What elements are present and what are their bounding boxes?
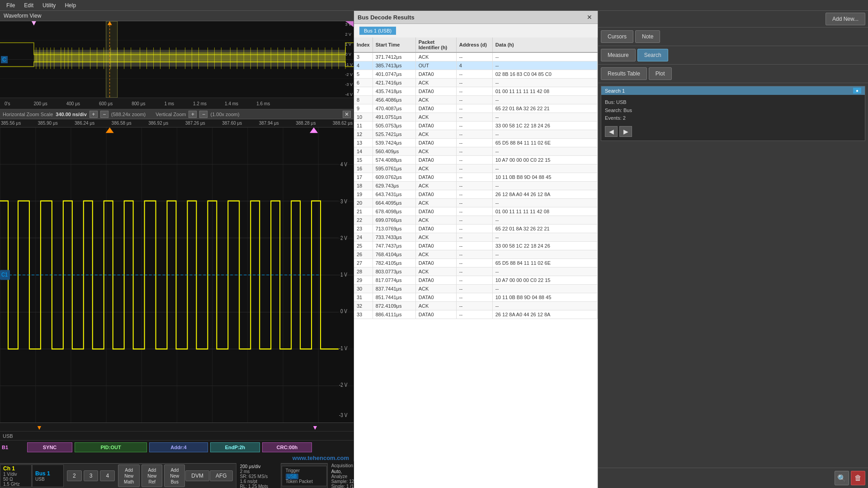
hz-zoom-out[interactable]: −	[100, 111, 108, 118]
close-zoom[interactable]: ✕	[343, 111, 351, 118]
horizontal-rl: RL: 1.25 Mpts	[240, 484, 277, 488]
search1-title: Search 1 ●	[601, 86, 865, 95]
col-index: Index	[354, 38, 373, 52]
events-value: 2	[623, 115, 626, 121]
cell-pid: DATA0	[415, 190, 456, 199]
menu-bar: File Edit Utility Help	[0, 0, 868, 11]
decode-results-panel: Bus Decode Results ✕ Bus 1 (USB) Index S…	[354, 11, 598, 488]
table-row[interactable]: 18 629.743μs ACK -- --	[354, 182, 598, 190]
cell-data: 10 A7 00 00 00 C0 22 15	[492, 156, 597, 164]
table-row[interactable]: 29 817.0774μs DATA0 -- 10 A7 00 00 00 C0…	[354, 276, 598, 285]
table-row[interactable]: 6 421.7416μs ACK -- --	[354, 79, 598, 87]
cell-index: 23	[354, 225, 373, 233]
col-start-time: Start Time	[373, 38, 415, 52]
usb-label-row: USB	[0, 431, 354, 440]
table-row[interactable]: 22 699.0766μs ACK -- --	[354, 216, 598, 225]
table-row[interactable]: 13 539.7424μs DATA0 -- 65 D5 88 84 11 11…	[354, 139, 598, 147]
cell-time: 421.7416μs	[373, 79, 415, 87]
table-row[interactable]: 31 851.7441μs DATA0 -- 10 11 0B B8 9D 04…	[354, 293, 598, 302]
cell-data: 33 00 58 1C 22 18 24 26	[492, 242, 597, 250]
right-panel: Add New... Cursors Note Measure Search R…	[598, 11, 868, 488]
cell-time: 539.7424μs	[373, 139, 415, 147]
ch-btn-4[interactable]: 4	[100, 470, 115, 481]
table-row[interactable]: 28 803.0773μs ACK -- --	[354, 267, 598, 276]
menu-utility[interactable]: Utility	[38, 1, 60, 9]
table-row[interactable]: 8 456.4086μs ACK -- --	[354, 96, 598, 104]
cell-data: --	[492, 96, 597, 104]
right-top-buttons: Add New...	[598, 11, 868, 28]
cell-pid: ACK	[415, 113, 456, 122]
add-ref-btn[interactable]: Add New Ref	[142, 465, 162, 487]
ch-btn-2[interactable]: 2	[67, 470, 82, 481]
afg-btn[interactable]: AFG	[210, 470, 233, 481]
cell-time: 747.7437μs	[373, 242, 415, 250]
table-row[interactable]: 25 747.7437μs DATA0 -- 33 00 58 1C 22 18…	[354, 242, 598, 250]
table-row[interactable]: 7 435.7418μs DATA0 -- 01 00 11 11 11 11 …	[354, 87, 598, 96]
mini-time-800: 800 μs	[132, 101, 145, 106]
table-row[interactable]: 32 872.4109μs ACK -- --	[354, 302, 598, 310]
cell-data: --	[492, 302, 597, 310]
cell-addr: --	[456, 242, 492, 250]
table-row[interactable]: 21 678.4098μs DATA0 -- 01 00 11 11 11 11…	[354, 207, 598, 216]
events-label: Events:	[605, 115, 622, 121]
seg-sync: SYNC	[27, 442, 72, 452]
cell-index: 25	[354, 242, 373, 250]
cell-addr: --	[456, 113, 492, 122]
v-zoom-in[interactable]: +	[189, 111, 197, 118]
table-row[interactable]: 14 560.409μs ACK -- --	[354, 147, 598, 156]
main-waveform[interactable]: 385.56 μs385.90 μs386.24 μs386.58 μs386.…	[0, 119, 354, 422]
trigger-title: Trigger	[286, 468, 323, 473]
decode-table-container[interactable]: Index Start Time Packet Identifier (h) A…	[354, 38, 598, 488]
cell-index: 13	[354, 139, 373, 147]
table-row[interactable]: 10 491.0751μs ACK -- --	[354, 113, 598, 122]
add-new-btn[interactable]: Add New...	[826, 13, 865, 25]
table-row[interactable]: 30 837.7441μs ACK -- --	[354, 285, 598, 293]
results-table-btn[interactable]: Results Table	[601, 67, 647, 80]
cell-addr: --	[456, 250, 492, 259]
dvm-btn[interactable]: DVM	[185, 470, 209, 481]
seg-endp: EndP:2h	[210, 442, 260, 452]
table-row[interactable]: 17 609.0762μs DATA0 -- 10 11 0B B8 9D 04…	[354, 173, 598, 182]
table-row[interactable]: 12 525.7421μs ACK -- --	[354, 130, 598, 139]
table-row[interactable]: 23 713.0769μs DATA0 -- 65 22 01 8A 32 26…	[354, 225, 598, 233]
note-btn[interactable]: Note	[635, 30, 660, 43]
table-row[interactable]: 3 371.7412μs ACK -- --	[354, 52, 598, 61]
table-row[interactable]: 9 470.4087μs DATA0 -- 65 22 01 8A 32 26 …	[354, 104, 598, 113]
plot-btn[interactable]: Plot	[649, 67, 672, 80]
trigger-marker-left: ▼	[36, 424, 42, 431]
bus-tab[interactable]: Bus 1 (USB)	[359, 27, 396, 35]
table-row[interactable]: 20 664.4095μs ACK -- --	[354, 199, 598, 207]
v-zoom-out[interactable]: −	[199, 111, 208, 118]
search-next-btn[interactable]: ▶	[619, 126, 632, 137]
cursors-btn[interactable]: Cursors	[601, 30, 633, 43]
menu-file[interactable]: File	[2, 1, 19, 9]
table-row[interactable]: 15 574.4088μs DATA0 -- 10 A7 00 00 00 C0…	[354, 156, 598, 164]
menu-help[interactable]: Help	[60, 1, 80, 9]
cell-time: 456.4086μs	[373, 96, 415, 104]
mini-waveform[interactable]: 3 V2 V1 V0 V-1 V-2 V-3 V-4 V C 0's 200 μ…	[0, 21, 354, 109]
svg-text:-1 V: -1 V	[339, 345, 348, 351]
table-row[interactable]: 24 733.7433μs ACK -- --	[354, 233, 598, 242]
table-row[interactable]: 5 401.0747μs DATA0 -- 02 8B 16 83 C0 04 …	[354, 70, 598, 79]
search-btn[interactable]: Search	[637, 49, 668, 61]
add-bus-btn[interactable]: Add New Bus	[164, 465, 185, 487]
measure-btn[interactable]: Measure	[601, 49, 636, 61]
cell-index: 33	[354, 310, 373, 319]
zoom-icon-btn[interactable]: 🔍	[835, 471, 849, 485]
add-math-btn[interactable]: Add New Math	[118, 465, 140, 487]
cell-index: 16	[354, 164, 373, 173]
delete-icon-btn[interactable]: 🗑	[851, 471, 865, 485]
table-row[interactable]: 4 385.7413μs OUT 4 --	[354, 61, 598, 70]
table-row[interactable]: 26 768.4104μs ACK -- --	[354, 250, 598, 259]
table-row[interactable]: 33 886.4111μs DATA0 -- 26 12 8A A0 44 26…	[354, 310, 598, 319]
search-prev-btn[interactable]: ◀	[605, 126, 618, 137]
hz-zoom-in[interactable]: +	[90, 111, 98, 118]
table-row[interactable]: 19 643.7431μs DATA0 -- 26 12 8A A0 44 26…	[354, 190, 598, 199]
menu-edit[interactable]: Edit	[19, 1, 38, 9]
table-row[interactable]: 16 595.0761μs ACK -- --	[354, 164, 598, 173]
ch-btn-3[interactable]: 3	[84, 470, 99, 481]
table-row[interactable]: 11 505.0753μs DATA0 -- 33 00 58 1C 22 18…	[354, 122, 598, 130]
decode-close-btn[interactable]: ✕	[585, 14, 594, 21]
cell-pid: DATA0	[415, 207, 456, 216]
table-row[interactable]: 27 782.4105μs DATA0 -- 65 D5 88 84 11 11…	[354, 259, 598, 267]
